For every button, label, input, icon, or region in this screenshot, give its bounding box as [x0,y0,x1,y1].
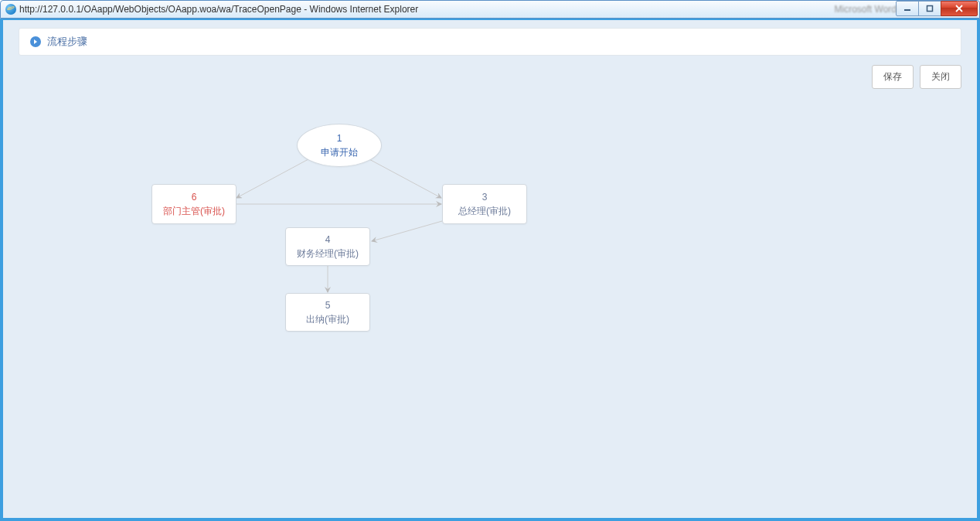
maximize-button[interactable] [918,1,941,16]
svg-line-5 [366,158,441,198]
flow-node-gm[interactable]: 3 总经理(审批) [442,184,527,224]
node-number: 4 [325,233,331,247]
window-controls [897,1,978,16]
node-label: 部门主管(审批) [163,204,225,218]
svg-line-4 [236,159,308,198]
flow-canvas[interactable]: 1 申请开始 6 部门主管(审批) 3 总经理(审批) 4 财务经理(审批) 5… [19,97,961,510]
ie-icon [5,4,16,15]
window-titlebar: http://127.0.0.1/OAapp/WebObjects/OAapp.… [0,0,980,19]
svg-rect-1 [927,6,933,12]
flow-node-start[interactable]: 1 申请开始 [297,124,382,167]
action-bar: 保存 关闭 [872,65,961,89]
panel-header: 流程步骤 [19,28,961,56]
node-label: 出纳(审批) [306,312,349,326]
node-label: 总经理(审批) [458,204,511,218]
node-label: 申请开始 [321,145,358,159]
node-number: 1 [337,131,342,145]
flow-node-cashier[interactable]: 5 出纳(审批) [285,293,370,332]
node-number: 5 [325,298,331,312]
browser-viewport: 流程步骤 保存 关闭 [0,19,980,521]
minimize-button[interactable] [896,1,919,16]
close-window-button[interactable] [941,1,978,16]
flow-edges [19,97,961,510]
panel-title: 流程步骤 [47,35,87,49]
node-number: 6 [192,190,197,204]
save-button[interactable]: 保存 [872,65,914,89]
node-label: 财务经理(审批) [297,247,359,260]
close-button[interactable]: 关闭 [920,65,961,89]
svg-line-7 [372,220,447,241]
flow-node-dept[interactable]: 6 部门主管(审批) [151,184,236,224]
background-app-hint: Microsoft Word [835,4,897,15]
node-number: 3 [482,190,488,204]
window-title: http://127.0.0.1/OAapp/WebObjects/OAapp.… [19,4,829,15]
chevron-right-icon [30,36,41,47]
flow-node-fin[interactable]: 4 财务经理(审批) [285,227,370,266]
